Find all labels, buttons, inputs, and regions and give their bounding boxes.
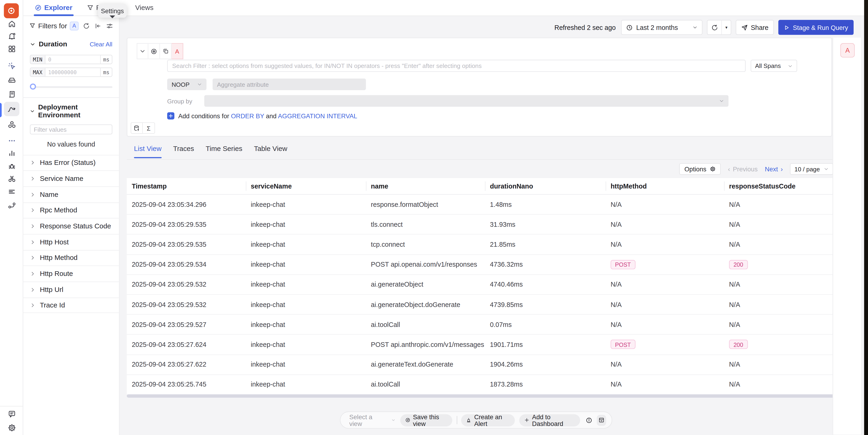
column-header[interactable]: durationNano <box>485 178 606 194</box>
clone-query-button[interactable] <box>160 43 172 59</box>
nav-logs-icon[interactable] <box>4 87 20 101</box>
save-view-button[interactable]: Save this view <box>400 414 452 426</box>
duration-max-input[interactable]: 100000000 <box>45 68 100 76</box>
column-header[interactable]: serviceName <box>246 178 366 194</box>
previous-page-button[interactable]: ‹ Previous <box>728 166 758 172</box>
refresh-button[interactable] <box>708 21 722 34</box>
cell-span-name: ai.generateObject <box>366 280 485 288</box>
filter-section[interactable]: Http Method <box>23 250 119 266</box>
add-conditions-row: Add conditions for ORDER BY and AGGREGAT… <box>167 112 357 120</box>
add-conditions-prefix: Add conditions for <box>178 112 229 119</box>
horizontal-scrollbar[interactable] <box>127 394 862 397</box>
query-a-chip[interactable]: A <box>172 43 183 59</box>
deployment-filter-input[interactable]: Filter values <box>30 124 112 134</box>
filter-section[interactable]: Name <box>23 187 119 202</box>
add-to-dashboard-button[interactable]: Add to Dashboard <box>519 414 580 426</box>
window-edge-scrollbar[interactable] <box>864 0 868 435</box>
add-formula-button[interactable]: Σ <box>143 122 155 134</box>
nav-onboarding-icon[interactable] <box>4 59 20 73</box>
duration-min-input[interactable]: 0 <box>45 55 100 63</box>
table-row[interactable]: 2025-09-04 23:05:29.532 inkeep-chat ai.g… <box>127 275 862 295</box>
slider-handle[interactable] <box>30 83 36 90</box>
collapse-query-button[interactable] <box>137 43 148 59</box>
filter-section[interactable]: Http Host <box>23 234 119 250</box>
clear-all-link[interactable]: Clear All <box>90 41 112 47</box>
chevron-down-icon[interactable] <box>30 41 35 47</box>
filter-settings-icon[interactable] <box>106 23 113 29</box>
filter-section[interactable]: Http Url <box>23 281 119 297</box>
tab-explorer[interactable]: Explorer <box>35 0 72 15</box>
info-button[interactable] <box>586 417 592 424</box>
select-view-dropdown[interactable]: Select a view <box>346 413 396 427</box>
table-row[interactable]: 2025-09-04 23:05:27.624 inkeep-chat POST… <box>127 335 862 355</box>
query-a-rail-chip[interactable]: A <box>840 43 855 58</box>
column-header[interactable]: Timestamp <box>127 178 246 194</box>
nav-infrastructure-icon[interactable] <box>4 72 20 87</box>
collapse-panel-icon[interactable] <box>95 23 101 29</box>
stage-run-query-button[interactable]: Stage & Run Query <box>778 20 854 35</box>
sync-filters-icon[interactable] <box>83 23 90 29</box>
options-button[interactable]: Options <box>680 163 721 175</box>
deployment-env-title[interactable]: Deployment Environment <box>38 103 112 119</box>
filters-query-chip[interactable]: A <box>70 21 79 30</box>
share-button[interactable]: Share <box>736 20 774 35</box>
add-condition-button[interactable] <box>167 112 174 120</box>
time-range-select[interactable]: Last 2 months <box>621 20 703 35</box>
table-row[interactable]: 2025-09-04 23:05:29.527 inkeep-chat ai.t… <box>127 315 862 335</box>
aggregate-attribute-input[interactable]: Aggregate attribute <box>213 78 366 90</box>
tab-table-view[interactable]: Table View <box>254 145 287 158</box>
table-row[interactable]: 2025-09-04 23:05:29.535 inkeep-chat tcp.… <box>127 235 862 255</box>
collapse-footer-button[interactable] <box>597 414 606 426</box>
cell-status-code: N/A <box>729 381 740 389</box>
cell-service-name: inkeep-chat <box>246 201 366 208</box>
next-page-button[interactable]: Next › <box>765 166 783 172</box>
filter-section[interactable]: Response Status Code <box>23 218 119 234</box>
column-header[interactable]: name <box>366 178 485 194</box>
chevron-down-icon[interactable] <box>30 108 35 113</box>
nav-settings-icon[interactable] <box>4 421 20 435</box>
refresh-caret-button[interactable]: ▼ <box>722 26 731 29</box>
nav-dashboards-icon[interactable] <box>4 41 20 56</box>
filter-section[interactable]: Has Error (Status) <box>23 155 119 170</box>
create-alert-button[interactable]: Create an Alert <box>461 414 515 426</box>
nav-lists-icon[interactable] <box>4 184 20 199</box>
nav-metrics-icon[interactable] <box>4 145 20 160</box>
group-by-select[interactable] <box>204 95 728 107</box>
nav-pipelines-icon[interactable] <box>4 198 20 212</box>
filter-section[interactable]: Rpc Method <box>23 202 119 218</box>
table-row[interactable]: 2025-09-04 23:05:29.534 inkeep-chat POST… <box>127 255 862 275</box>
table-row[interactable]: 2025-09-04 23:05:27.622 inkeep-chat ai.g… <box>127 355 862 375</box>
span-scope-select[interactable]: All Spans <box>750 60 797 72</box>
filter-section-label: Http Url <box>40 286 63 294</box>
tab-traces[interactable]: Traces <box>173 145 194 158</box>
tab-list-view[interactable]: List View <box>134 145 161 158</box>
nav-services-icon[interactable] <box>4 117 20 132</box>
table-row[interactable]: 2025-09-04 23:05:34.296 inkeep-chat resp… <box>127 195 862 215</box>
search-filter-input[interactable]: Search Filter : select options from sugg… <box>167 60 746 72</box>
filter-section[interactable]: Trace Id <box>23 297 119 313</box>
app-logo[interactable] <box>4 3 19 18</box>
filter-section[interactable]: Http Route <box>23 266 119 281</box>
nav-explorer-icon[interactable] <box>4 171 20 186</box>
aggregation-interval-link[interactable]: AGGREGATION INTERVAL <box>278 112 357 119</box>
nav-alerts-icon[interactable] <box>4 29 20 43</box>
nav-feedback-icon[interactable] <box>4 406 20 421</box>
order-by-link[interactable]: ORDER BY <box>231 112 264 119</box>
tab-views[interactable]: Views <box>135 0 153 15</box>
duration-section-title[interactable]: Duration <box>39 40 67 48</box>
filter-icon <box>29 23 35 29</box>
duration-slider[interactable] <box>30 83 112 90</box>
aggregation-op-select[interactable]: NOOP <box>167 78 206 90</box>
page-size-select[interactable]: 10 / page <box>790 163 833 175</box>
filter-section[interactable]: Service Name <box>23 170 119 186</box>
column-header[interactable]: httpMethod <box>606 178 724 194</box>
table-row[interactable]: 2025-09-04 23:05:29.532 inkeep-chat ai.g… <box>127 295 862 315</box>
cell-timestamp: 2025-09-04 23:05:34.296 <box>127 201 246 208</box>
table-row[interactable]: 2025-09-04 23:05:29.535 inkeep-chat tls.… <box>127 215 862 235</box>
table-row[interactable]: 2025-09-04 23:05:25.745 inkeep-chat ai.t… <box>127 375 862 395</box>
nav-exceptions-icon[interactable] <box>4 159 20 173</box>
toggle-visibility-button[interactable] <box>148 43 160 59</box>
add-query-button[interactable] <box>131 122 143 134</box>
tab-time-series[interactable]: Time Series <box>206 145 242 158</box>
nav-traces-icon[interactable] <box>4 102 20 116</box>
